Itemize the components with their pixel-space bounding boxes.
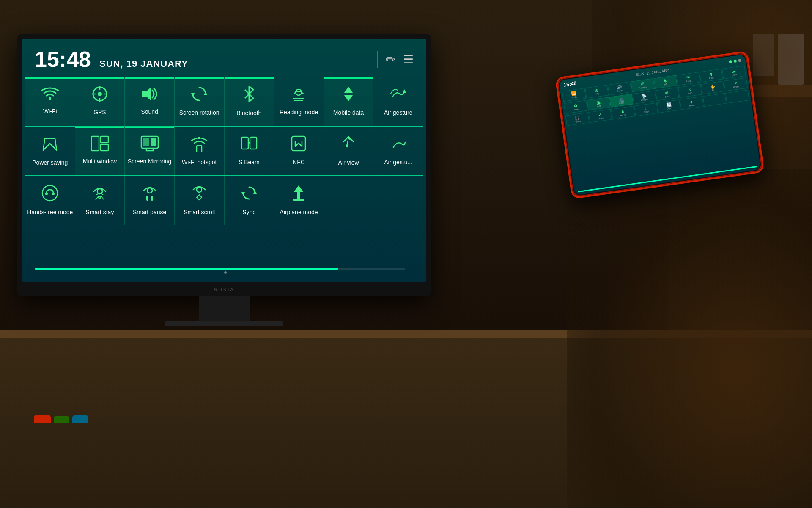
qs-item-s-beam[interactable]: S Beam [225, 127, 274, 175]
toy-car-3 [72, 415, 88, 423]
toy-car-1 [34, 415, 51, 423]
phone-status-dot-2 [733, 59, 737, 63]
qs-item-airplane-mode[interactable]: Airplane mode [274, 176, 324, 225]
qs-item-multi-window[interactable]: Multi window [75, 127, 125, 175]
time-date-area: 15:48 SUN, 19 JANUARY [35, 47, 188, 72]
nfc-label: NFC [293, 158, 305, 166]
edit-icon[interactable]: ✏ [386, 52, 395, 66]
svg-point-23 [198, 137, 200, 139]
qs-item-smart-stay[interactable]: Smart stay [75, 176, 125, 225]
qs-item-air-gesture-row2[interactable]: Air gestu... [373, 127, 423, 175]
svg-marker-15 [403, 89, 406, 93]
svg-point-31 [99, 196, 101, 197]
phone-grid-item-r3 [702, 93, 727, 107]
qs-row-1: Wi-Fi G [25, 77, 423, 127]
phone-grid-item-r3: ✈ Plane [680, 96, 704, 110]
qs-row-2: Power saving Multi window [25, 127, 423, 176]
bluetooth-label: Bluetooth [236, 109, 261, 117]
shelf-item-2 [753, 34, 774, 76]
bluetooth-icon [242, 85, 256, 106]
multi-window-icon [91, 135, 109, 154]
power-saving-icon [41, 134, 59, 155]
qs-item-gps[interactable]: GPS [75, 77, 125, 126]
screen-time: 15:48 [35, 47, 91, 72]
svg-point-29 [52, 193, 55, 195]
qs-item-sync[interactable]: Sync [225, 176, 274, 225]
phone-grid-item-r3: ⏸ Pause [611, 106, 635, 119]
svg-point-0 [49, 98, 51, 100]
sync-icon [240, 184, 258, 205]
sound-label: Sound [141, 108, 158, 116]
qs-item-air-view[interactable]: Air view [324, 127, 374, 175]
svg-marker-14 [344, 95, 353, 101]
smart-pause-icon [140, 184, 159, 205]
qs-item-reading-mode[interactable]: Reading mode [274, 77, 324, 126]
svg-rect-25 [250, 137, 257, 149]
shelf-item-1 [778, 34, 804, 85]
qs-item-nfc[interactable]: NFC [274, 127, 324, 175]
mobile-data-icon [339, 85, 358, 105]
s-beam-label: S Beam [239, 158, 260, 166]
air-gesture-icon [389, 85, 408, 105]
svg-rect-17 [101, 136, 108, 143]
screen-date: SUN, 19 JANUARY [99, 58, 188, 69]
qs-item-wifi[interactable]: Wi-Fi [25, 77, 75, 126]
wifi-hotspot-icon [190, 135, 208, 155]
power-saving-label: Power saving [32, 159, 68, 166]
smart-stay-label: Smart stay [85, 208, 114, 216]
air-view-label: Air view [338, 159, 359, 166]
qs-item-power-saving[interactable]: Power saving [25, 127, 75, 175]
svg-point-27 [42, 185, 58, 201]
screen-content: 15:48 SUN, 19 JANUARY ✏ ☰ [22, 39, 426, 282]
qs-item-bluetooth[interactable]: Bluetooth [225, 77, 274, 126]
menu-icon[interactable]: ☰ [403, 52, 414, 66]
progress-bar-container [35, 268, 405, 270]
airplane-mode-icon [289, 184, 308, 205]
tv-stand [199, 296, 250, 322]
qs-item-sound[interactable]: Sound [125, 77, 175, 126]
qs-item-smart-scroll[interactable]: Smart scroll [175, 176, 225, 225]
qs-item-screen-mirroring[interactable]: Screen Mirroring [125, 127, 175, 175]
svg-point-2 [98, 92, 102, 96]
header-divider [377, 51, 378, 68]
qs-item-screen-rotation[interactable]: Screen rotation [175, 77, 225, 126]
svg-point-35 [197, 187, 202, 192]
svg-rect-38 [293, 199, 304, 201]
sync-label: Sync [242, 208, 255, 216]
smart-stay-icon [91, 184, 109, 205]
shelf-top-edge [0, 330, 812, 338]
phone-grid-item-r3 [725, 90, 749, 103]
smart-scroll-label: Smart scroll [184, 208, 215, 216]
phone-grid-item-r3: ✔ Smart [588, 109, 612, 123]
tv: 15:48 SUN, 19 JANUARY ✏ ☰ [17, 34, 431, 296]
toy-car-2 [54, 416, 69, 423]
svg-rect-21 [151, 138, 156, 146]
phone-grid-item-r3: 🔄 Sync [657, 99, 681, 113]
gps-icon [91, 86, 108, 105]
header-icons: ✏ ☰ [377, 51, 414, 68]
qs-item-mobile-data[interactable]: Mobile data [324, 77, 374, 126]
screen-mirroring-label: Screen Mirroring [128, 157, 171, 165]
mobile-data-label: Mobile data [333, 109, 364, 116]
s-beam-icon [240, 135, 258, 155]
smart-scroll-icon [190, 184, 208, 205]
wifi-label: Wi-Fi [43, 108, 57, 115]
qs-item-wifi-hotspot[interactable]: Wi-Fi hotspot [175, 127, 225, 175]
svg-point-32 [147, 188, 152, 193]
svg-rect-18 [101, 144, 108, 151]
nfc-icon [289, 135, 308, 155]
qs-item-smart-pause[interactable]: Smart pause [125, 176, 175, 225]
wifi-hotspot-label: Wi-Fi hotspot [182, 158, 217, 166]
gps-label: GPS [93, 108, 106, 116]
svg-marker-7 [142, 88, 151, 100]
qs-row-3: Hands-free mode [25, 176, 423, 225]
progress-bar-fill [35, 268, 338, 270]
wifi-icon [41, 86, 59, 104]
air-gesture2-icon [389, 135, 408, 155]
svg-rect-34 [151, 196, 153, 201]
hands-free-label: Hands-free mode [27, 208, 73, 216]
qs-item-hands-free[interactable]: Hands-free mode [25, 176, 75, 225]
shelf-toy-items [34, 415, 88, 423]
phone-status-icons [729, 58, 741, 63]
qs-item-air-gesture-row1[interactable]: Air gesture [373, 77, 423, 126]
